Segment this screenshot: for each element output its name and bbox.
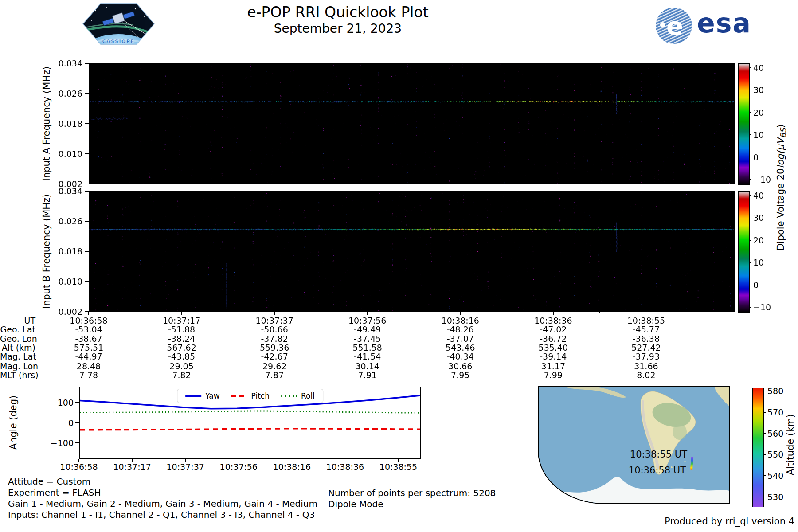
colorbar-tick-label: 10 bbox=[753, 129, 764, 140]
x-tick-mark bbox=[553, 312, 554, 315]
track-start-time-label: 10:36:58 UT bbox=[624, 465, 686, 476]
legend-label: Roll bbox=[301, 391, 315, 400]
y-tick-label: 0.034 bbox=[50, 58, 82, 69]
esa-wordmark: esa bbox=[697, 10, 751, 36]
y-tick-mark bbox=[85, 251, 89, 252]
colorbar-label-math: log(μV bbox=[775, 138, 786, 168]
legend-item-pitch: Pitch bbox=[231, 391, 270, 400]
attitude-annotation: Attitude = Custom bbox=[8, 476, 90, 487]
colorbar-tick-label: 20 bbox=[753, 235, 764, 246]
colorbar-tick-mark bbox=[749, 307, 751, 308]
colorbar-label-prefix: Dipole Voltage 20 bbox=[775, 168, 786, 251]
legend-label: Pitch bbox=[251, 391, 270, 400]
y-tick-label: 0.026 bbox=[50, 216, 82, 227]
legend-item-roll: Roll bbox=[281, 391, 315, 400]
colorbar-tick-mark bbox=[749, 195, 751, 196]
colorbar-tick-mark bbox=[749, 112, 751, 113]
ephemeris-value: 7.87 bbox=[241, 370, 308, 380]
produced-by-footer: Produced by rri_ql version 4 bbox=[621, 516, 794, 527]
angle-x-tick-label: 10:36:58 bbox=[50, 462, 108, 472]
colorbar-tick-label: 40 bbox=[753, 63, 764, 73]
y-tick-mark bbox=[85, 123, 89, 124]
page-title: e-POP RRI Quicklook Plot bbox=[247, 4, 428, 21]
colorbar-tick-label: 0 bbox=[753, 152, 759, 163]
x-minor-tick-mark bbox=[135, 312, 135, 313]
x-tick-mark bbox=[367, 312, 368, 315]
ephemeris-value: -44.97 bbox=[55, 351, 122, 362]
colorbar-tick-mark bbox=[749, 218, 751, 219]
angle-y-tick-mark bbox=[75, 422, 79, 423]
ephemeris-value: -37.93 bbox=[613, 351, 679, 362]
altitude-tick-mark bbox=[763, 454, 766, 455]
angle-x-tick-label: 10:38:16 bbox=[263, 462, 321, 472]
y-tick-label: 0.018 bbox=[50, 246, 82, 257]
altitude-tick-mark bbox=[763, 391, 766, 391]
dipole-colorbar bbox=[738, 63, 750, 185]
y-tick-label: 0.026 bbox=[50, 88, 82, 99]
colorbar-tick-label: 30 bbox=[753, 85, 764, 95]
colorbar-tick-label: 30 bbox=[753, 212, 764, 223]
quicklook-figure: CASSIOPE e-POP RRI Quicklook Plot Septem… bbox=[0, 0, 798, 532]
x-minor-tick-mark bbox=[321, 312, 321, 313]
ephemeris-value: -39.14 bbox=[520, 351, 587, 362]
points-per-spectrum-annotation: Number of points per spectrum: 5208 bbox=[328, 488, 496, 498]
pitch-line bbox=[80, 429, 420, 430]
ground-track-map: 10:38:55 UT 10:36:58 UT bbox=[538, 386, 730, 504]
x-minor-tick-mark bbox=[228, 312, 228, 313]
input-a-spectrogram bbox=[89, 63, 735, 184]
angle-y-tick-label: 100 bbox=[41, 397, 74, 408]
y-tick-mark bbox=[85, 221, 89, 222]
ephemeris-value: 7.91 bbox=[334, 370, 401, 380]
island bbox=[685, 461, 686, 462]
colorbar-tick-mark bbox=[749, 240, 751, 241]
legend-label: Yaw bbox=[205, 391, 219, 400]
track-end-time-label: 10:38:55 UT bbox=[625, 449, 687, 460]
x-minor-tick-mark bbox=[599, 312, 600, 313]
ephemeris-value: -41.54 bbox=[334, 351, 401, 362]
colorbar-tick-mark bbox=[749, 262, 751, 263]
ephemeris-value: 7.95 bbox=[427, 370, 493, 380]
legend-dashed-line-icon bbox=[231, 395, 247, 397]
colorbar-tick-mark bbox=[749, 179, 751, 180]
colorbar-tick-mark bbox=[749, 90, 751, 91]
colorbar-tick-mark bbox=[749, 157, 751, 158]
legend-item-yaw: Yaw bbox=[185, 391, 219, 400]
ephemeris-value: 7.78 bbox=[55, 370, 122, 380]
dipole-colorbar bbox=[738, 191, 750, 313]
ephemeris-value: -43.85 bbox=[149, 351, 215, 362]
ephemeris-row-label: MLT (hrs) bbox=[0, 370, 35, 380]
colorbar-label-suffix: ) bbox=[775, 125, 786, 128]
y-tick-label: 0.034 bbox=[50, 186, 82, 196]
colorbar-tick-label: 10 bbox=[753, 257, 764, 268]
angle-ylabel: Angle (deg) bbox=[8, 395, 19, 450]
cassiope-mission-patch-icon: CASSIOPE bbox=[82, 2, 155, 46]
y-tick-label: 0.010 bbox=[50, 276, 82, 287]
legend-dotted-line-icon bbox=[281, 395, 297, 397]
colorbar-tick-mark bbox=[749, 285, 751, 286]
y-tick-mark bbox=[85, 184, 89, 184]
angle-x-tick-label: 10:37:37 bbox=[156, 462, 214, 472]
angle-x-tick-label: 10:37:17 bbox=[103, 462, 161, 472]
y-tick-label: 0.018 bbox=[50, 118, 82, 129]
altitude-colorbar-label: Altitude (km) bbox=[785, 414, 796, 475]
ephemeris-value: 7.99 bbox=[520, 370, 587, 380]
ephemeris-value: 7.82 bbox=[149, 370, 215, 380]
altitude-tick-label: 530 bbox=[767, 492, 783, 502]
ephemeris-row-label: Mag. Lat bbox=[0, 351, 35, 362]
page-subtitle: September 21, 2023 bbox=[247, 21, 428, 36]
altitude-tick-mark bbox=[763, 497, 766, 497]
y-tick-mark bbox=[85, 63, 89, 64]
altitude-tick-mark bbox=[763, 433, 766, 434]
y-tick-label: 0.010 bbox=[50, 149, 82, 159]
angle-y-tick-mark bbox=[75, 402, 79, 403]
gains-annotation: Gain 1 - Medium, Gain 2 - Medium, Gain 3… bbox=[8, 498, 317, 509]
angle-y-tick-label: −100 bbox=[41, 438, 74, 448]
colorbar-tick-label: 0 bbox=[753, 280, 759, 290]
ephemeris-value: -40.34 bbox=[427, 351, 493, 362]
input-b-spectrogram bbox=[89, 191, 735, 312]
brazil-highlands bbox=[673, 424, 687, 440]
experiment-annotation: Experiment = FLASH bbox=[8, 487, 101, 498]
y-tick-mark bbox=[85, 281, 89, 282]
x-tick-mark bbox=[88, 312, 89, 315]
y-tick-mark bbox=[85, 191, 89, 192]
